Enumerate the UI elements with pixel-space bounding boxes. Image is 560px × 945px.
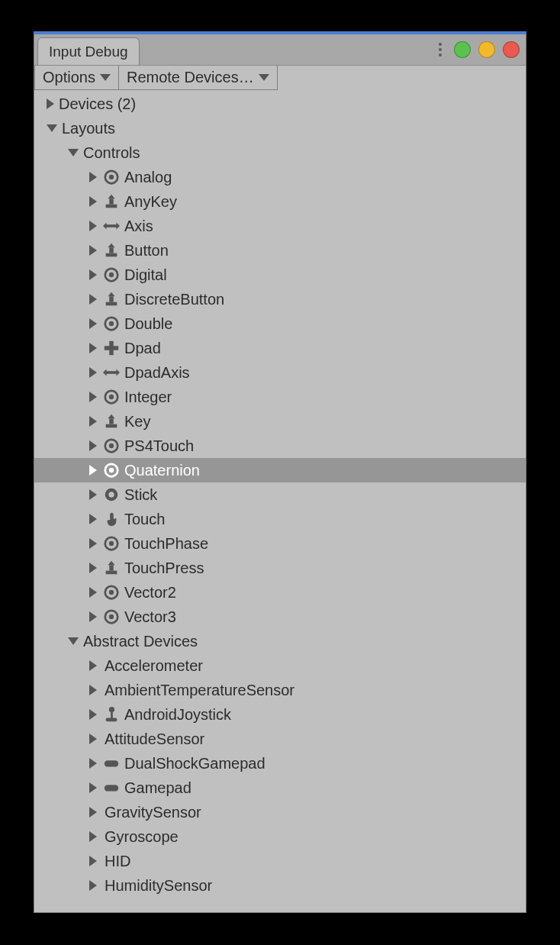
tree-item-abstract-device[interactable]: HID	[34, 849, 526, 873]
expand-icon[interactable]	[89, 709, 97, 720]
tree-label: DpadAxis	[124, 364, 190, 382]
remote-devices-dropdown[interactable]: Remote Devices…	[119, 66, 278, 90]
expand-icon[interactable]	[89, 660, 97, 671]
expand-icon[interactable]	[89, 392, 97, 402]
expand-icon[interactable]	[89, 563, 97, 573]
expand-icon[interactable]	[89, 489, 97, 500]
gamepad-icon	[103, 755, 120, 772]
expand-icon[interactable]	[89, 734, 97, 744]
tree-label: AndroidJoystick	[124, 706, 231, 724]
expand-icon[interactable]	[89, 538, 97, 549]
expand-icon[interactable]	[89, 611, 97, 622]
tree-item-control[interactable]: Axis	[34, 214, 526, 238]
expand-icon[interactable]	[89, 367, 97, 378]
svg-rect-3	[109, 198, 114, 204]
tree-item-control[interactable]: Dpad	[34, 336, 526, 360]
tree-label: Gyroscope	[105, 828, 179, 846]
tree-item-control[interactable]: Integer	[34, 385, 526, 409]
svg-point-46	[109, 707, 114, 712]
expand-icon[interactable]	[89, 416, 97, 427]
axis-icon	[103, 218, 120, 234]
tab-label: Input Debug	[49, 44, 128, 60]
tree-label: TouchPhase	[124, 535, 208, 553]
expand-icon[interactable]	[89, 514, 97, 524]
close-button[interactable]	[503, 41, 520, 58]
minimize-button[interactable]	[454, 41, 471, 58]
tree-item-control[interactable]: Stick	[34, 482, 526, 507]
remote-devices-label: Remote Devices…	[127, 69, 254, 86]
tree-item-control[interactable]: AnyKey	[34, 189, 526, 214]
expand-icon[interactable]	[89, 294, 97, 305]
tree-item-control[interactable]: Touch	[34, 507, 526, 531]
tree-item-controls[interactable]: Controls	[34, 140, 526, 165]
expand-icon[interactable]	[89, 196, 97, 207]
maximize-button[interactable]	[478, 41, 495, 58]
svg-marker-6	[103, 222, 107, 229]
collapse-icon[interactable]	[68, 149, 79, 156]
tree-item-control[interactable]: Key	[34, 409, 526, 434]
expand-icon[interactable]	[89, 465, 97, 476]
tab-bar: Input Debug	[34, 34, 526, 65]
expand-icon[interactable]	[47, 98, 54, 109]
tree-item-abstract-device[interactable]: AttitudeSensor	[34, 727, 526, 751]
svg-marker-7	[116, 222, 120, 229]
tree-scroll[interactable]: Devices (2) Layouts Controls AnalogAnyKe…	[34, 90, 526, 912]
tree-item-control[interactable]: Digital	[34, 263, 526, 287]
tree-item-control[interactable]: DpadAxis	[34, 360, 526, 385]
tree-item-abstract-device[interactable]: HumiditySensor	[34, 873, 526, 898]
tree-label: Vector2	[124, 584, 176, 602]
tree-item-control[interactable]: Quaternion	[34, 458, 526, 482]
tree-item-abstract-device[interactable]: Accelerometer	[34, 653, 526, 678]
tree-item-abstract-device[interactable]: AmbientTemperatureSensor	[34, 678, 526, 702]
collapse-icon[interactable]	[47, 124, 57, 132]
tree-label: AttitudeSensor	[105, 731, 204, 748]
svg-rect-47	[105, 760, 118, 766]
tree-item-devices[interactable]: Devices (2)	[34, 92, 526, 116]
svg-rect-25	[106, 424, 117, 428]
svg-rect-13	[106, 302, 117, 306]
tree-item-control[interactable]: Double	[34, 311, 526, 336]
tree-label: Key	[124, 413, 150, 431]
expand-icon[interactable]	[89, 782, 97, 793]
tree-item-control[interactable]: PS4Touch	[34, 434, 526, 458]
tree-item-control[interactable]: Button	[34, 238, 526, 263]
tree-item-control[interactable]: DiscreteButton	[34, 287, 526, 311]
tree-item-abstract-devices[interactable]: Abstract Devices	[34, 629, 526, 653]
expand-icon[interactable]	[89, 440, 97, 451]
tree-item-control[interactable]: Analog	[34, 165, 526, 189]
tree-item-abstract-device[interactable]: GravitySensor	[34, 800, 526, 824]
expand-icon[interactable]	[89, 880, 97, 891]
tree-item-abstract-device[interactable]: Gyroscope	[34, 824, 526, 849]
expand-icon[interactable]	[89, 587, 97, 598]
tab-input-debug[interactable]: Input Debug	[37, 37, 140, 65]
kebab-menu-icon[interactable]	[436, 38, 445, 61]
tree-item-abstract-device[interactable]: AndroidJoystick	[34, 702, 526, 727]
expand-icon[interactable]	[89, 831, 97, 842]
expand-icon[interactable]	[89, 807, 97, 818]
tree-label: DualShockGamepad	[124, 755, 266, 772]
expand-icon[interactable]	[89, 221, 97, 231]
tree-item-control[interactable]: TouchPhase	[34, 531, 526, 556]
svg-point-17	[109, 321, 114, 326]
svg-point-24	[109, 395, 114, 399]
expand-icon[interactable]	[89, 318, 97, 329]
expand-icon[interactable]	[89, 172, 97, 182]
chevron-down-icon	[259, 74, 269, 81]
expand-icon[interactable]	[89, 856, 97, 866]
tree-item-control[interactable]: Vector2	[34, 580, 526, 605]
tree-item-abstract-device[interactable]: DualShockGamepad	[34, 751, 526, 776]
tree-label: Integer	[124, 389, 172, 406]
expand-icon[interactable]	[89, 685, 97, 695]
expand-icon[interactable]	[89, 245, 97, 256]
options-dropdown[interactable]: Options	[34, 66, 119, 90]
expand-icon[interactable]	[89, 758, 97, 769]
svg-rect-48	[105, 785, 118, 791]
tree-item-layouts[interactable]: Layouts	[34, 116, 526, 140]
tree-item-control[interactable]: Vector3	[34, 605, 526, 629]
input-debug-window: Input Debug Options Remote Devices… Devi…	[34, 31, 526, 913]
expand-icon[interactable]	[89, 269, 97, 280]
expand-icon[interactable]	[89, 343, 97, 353]
tree-item-abstract-device[interactable]: Gamepad	[34, 776, 526, 800]
tree-item-control[interactable]: TouchPress	[34, 556, 526, 580]
collapse-icon[interactable]	[68, 637, 79, 645]
